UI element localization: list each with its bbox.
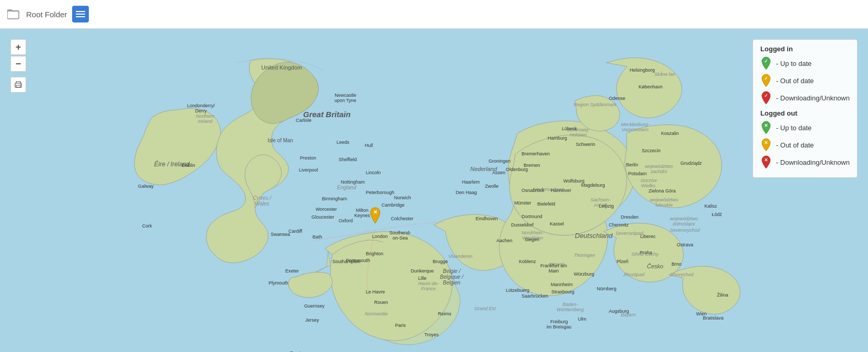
legend-logged-out-out-of-date: ✕ - Out of date — [760, 138, 850, 152]
map-svg — [0, 29, 868, 352]
legend-logged-out-up-to-date: ✕ - Up to date — [760, 120, 850, 135]
svg-rect-0 — [7, 11, 19, 19]
print-button[interactable] — [10, 77, 26, 93]
root-folder-label: Root Folder — [26, 10, 67, 19]
svg-point-4 — [20, 84, 21, 85]
legend-logged-out-title: Logged out — [760, 109, 850, 117]
map-container[interactable]: Great Britain Éire / Ireland Cymru /Wale… — [0, 29, 868, 352]
svg-text:✓: ✓ — [764, 76, 768, 81]
map-controls: + − — [10, 39, 26, 93]
svg-rect-3 — [16, 85, 20, 87]
svg-text:✓: ✓ — [764, 93, 768, 98]
legend-pin-green-x: ✕ — [760, 120, 772, 135]
legend-panel: Logged in ✓ - Up to date ✓ - Out of date — [753, 39, 858, 178]
legend-logged-in-up-to-date: ✓ - Up to date — [760, 56, 850, 71]
svg-text:✕: ✕ — [764, 123, 768, 128]
zoom-out-button[interactable]: − — [10, 56, 26, 72]
legend-logged-out-downloading-label: - Downloading/Unknown — [776, 158, 850, 166]
legend-logged-in-out-of-date: ✓ - Out of date — [760, 73, 850, 88]
menu-button[interactable] — [72, 6, 89, 22]
svg-text:✓: ✓ — [764, 59, 768, 64]
legend-logged-out-out-of-date-label: - Out of date — [776, 141, 814, 149]
legend-pin-red-check: ✓ — [760, 90, 772, 105]
london-map-marker[interactable]: ✕ — [369, 207, 381, 226]
legend-logged-in-out-of-date-label: - Out of date — [776, 77, 814, 85]
legend-pin-yellow-x: ✕ — [760, 138, 772, 152]
zoom-in-button[interactable]: + — [10, 39, 26, 55]
legend-pin-green-check: ✓ — [760, 56, 772, 71]
legend-logged-in-up-to-date-label: - Up to date — [776, 60, 812, 67]
svg-text:✕: ✕ — [764, 140, 768, 145]
legend-logged-out-downloading: ✕ - Downloading/Unknown — [760, 155, 850, 169]
svg-text:✕: ✕ — [373, 209, 377, 215]
legend-logged-in-title: Logged in — [760, 45, 850, 53]
header: Root Folder — [0, 0, 868, 29]
legend-logged-out-up-to-date-label: - Up to date — [776, 124, 812, 132]
legend-pin-red-x: ✕ — [760, 155, 772, 169]
svg-text:✕: ✕ — [764, 157, 768, 163]
folder-icon — [6, 8, 21, 20]
legend-logged-in-downloading-label: - Downloading/Unknown — [776, 94, 850, 102]
legend-logged-in-downloading: ✓ - Downloading/Unknown — [760, 90, 850, 105]
legend-pin-yellow-check: ✓ — [760, 73, 772, 88]
